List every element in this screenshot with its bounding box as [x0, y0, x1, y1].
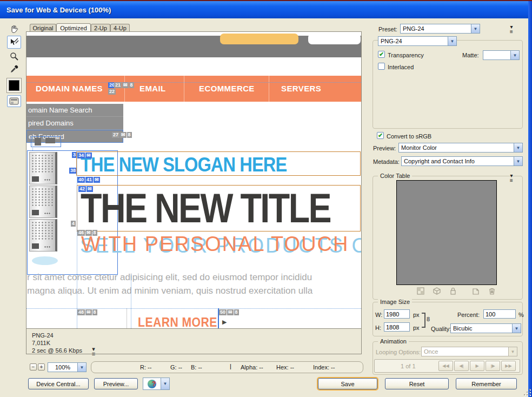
- dropdown-arrow-icon[interactable]: ▼: [471, 24, 480, 33]
- envelope-icon: ✉: [85, 153, 92, 158]
- dropdown-arrow-icon[interactable]: ▼: [448, 37, 456, 45]
- preset-select[interactable]: PNG-24 ▼: [400, 24, 480, 34]
- slice-select-tool[interactable]: [7, 36, 21, 49]
- resize-grip[interactable]: [523, 388, 530, 395]
- slice-link-icon: 8: [129, 82, 134, 88]
- status-format: PNG-24: [32, 332, 54, 339]
- envelope-icon: ✉: [85, 309, 92, 315]
- web-shift-cube-icon[interactable]: [433, 287, 441, 295]
- slice-title[interactable]: THE NEW TITLE: [77, 185, 361, 231]
- page-art-shape: [35, 138, 41, 145]
- dropdown-arrow-icon[interactable]: ▼: [514, 157, 522, 166]
- slice-badge-38[interactable]: 38: [69, 168, 76, 174]
- save-button[interactable]: Save: [318, 378, 377, 389]
- device-central-button[interactable]: Device Central...: [28, 378, 89, 389]
- slice-badge-21[interactable]: 21✉8: [114, 82, 134, 88]
- matte-select[interactable]: ▼: [483, 50, 520, 60]
- format-select[interactable]: PNG-24 ▼: [378, 36, 457, 46]
- quality-select[interactable]: Bicubic ▼: [450, 323, 521, 333]
- percent-input[interactable]: [483, 309, 516, 319]
- dropdown-arrow-icon[interactable]: ▼: [512, 324, 521, 333]
- window-right-border: [528, 1, 532, 397]
- slice-slogan[interactable]: THE NEW SLOGAN HERE: [76, 151, 361, 176]
- envelope-icon: ✉: [94, 177, 100, 183]
- transparency-label: Transparency: [388, 52, 424, 58]
- dropdown-arrow-icon[interactable]: ▼: [514, 143, 522, 152]
- first-frame-button: ◀◀: [438, 361, 453, 371]
- metadata-value: Copyright and Contact Info: [402, 157, 514, 166]
- eyedropper-tool[interactable]: [7, 63, 21, 76]
- readout-alpha: Alpha: --: [241, 364, 263, 370]
- preview-select[interactable]: Monitor Color ▼: [398, 143, 523, 153]
- zoom-level-select[interactable]: 100% ▼: [48, 362, 87, 372]
- tab-4up[interactable]: 4-Up: [110, 24, 130, 32]
- looping-options-select: Once ▼: [421, 347, 517, 356]
- dropdown-arrow-icon[interactable]: ▼: [77, 363, 86, 372]
- interlaced-checkbox[interactable]: [378, 63, 385, 70]
- slice-badge-48[interactable]: 48✉8: [77, 309, 97, 315]
- dropdown-arrow-icon[interactable]: ▼: [161, 378, 169, 389]
- delete-color-icon[interactable]: [488, 287, 496, 295]
- nav-item-ecommerce: ECOMMERCE: [199, 84, 255, 93]
- color-swatch-well[interactable]: [6, 78, 22, 93]
- slice-badge-42[interactable]: 42✉: [78, 186, 93, 192]
- slice-guide: [26, 82, 361, 83]
- selected-slice-bracket[interactable]: [31, 136, 61, 147]
- slice-link-icon: 8: [92, 309, 97, 315]
- quality-value: Bicubic: [451, 324, 512, 333]
- slice-badge-40-41[interactable]: 4041✉: [77, 177, 100, 183]
- previous-frame-button: ◀|: [454, 361, 469, 371]
- tab-original[interactable]: Original: [30, 24, 56, 32]
- slice-badge-34[interactable]: 34✉: [77, 153, 92, 158]
- remember-button[interactable]: Remember: [456, 378, 517, 389]
- zoom-in-button[interactable]: +: [38, 363, 45, 370]
- status-flyout-menu-icon[interactable]: ▾ ≡: [89, 347, 98, 356]
- readout-hex: Hex: --: [276, 364, 294, 370]
- hand-tool[interactable]: [7, 23, 21, 36]
- metadata-label: Metadata:: [373, 158, 400, 165]
- next-frame-button: |▶: [486, 361, 500, 371]
- browser-select-combo[interactable]: ? ▼: [143, 378, 170, 390]
- width-input[interactable]: [384, 309, 410, 319]
- percent-label: Percent:: [457, 312, 480, 318]
- width-label: W:: [375, 312, 382, 318]
- slice-badge-46[interactable]: 46✉8: [77, 230, 97, 236]
- slice-link-icon: 8: [127, 132, 132, 138]
- dropdown-arrow-icon[interactable]: ▼: [510, 51, 519, 59]
- slice-badge-33[interactable]: 3: [72, 152, 76, 158]
- slice-badge-22[interactable]: 22: [108, 89, 116, 95]
- readout-index: Index: --: [313, 364, 335, 370]
- new-color-icon[interactable]: [471, 287, 480, 295]
- tab-optimized[interactable]: Optimized: [56, 23, 91, 32]
- color-table-flyout-menu-icon[interactable]: ▾ ≡: [507, 173, 516, 183]
- zoom-out-button[interactable]: −: [30, 363, 37, 370]
- slice-badge-27[interactable]: 27✉8: [112, 132, 132, 138]
- slice-badge-50[interactable]: 50✉8: [219, 309, 239, 315]
- lock-color-icon[interactable]: [449, 287, 457, 295]
- slice-line: [127, 308, 127, 328]
- convert-srgb-label: Convert to sRGB: [387, 133, 431, 140]
- zoom-tool[interactable]: [7, 50, 21, 63]
- status-filesize: 7,011K: [32, 340, 50, 346]
- map-transparency-icon[interactable]: [416, 287, 425, 295]
- metadata-select[interactable]: Copyright and Contact Info ▼: [401, 156, 523, 166]
- optimize-status-area: PNG-24 7,011K 2 sec @ 56.6 Kbps ▾ ≡: [26, 328, 361, 354]
- optimized-preview-pane[interactable]: DOMAIN NAMES EMAIL ECOMMERCE SERVERS 20 …: [26, 31, 362, 354]
- transparency-checkbox[interactable]: ✔: [378, 51, 385, 58]
- webpage-preview[interactable]: DOMAIN NAMES EMAIL ECOMMERCE SERVERS 20 …: [26, 32, 361, 328]
- tab-2up[interactable]: 2-Up: [91, 24, 110, 32]
- menu-item-domain-name-search: omain Name Search: [26, 104, 123, 117]
- toggle-slices-visibility-button[interactable]: [7, 95, 21, 107]
- slice-badge-44[interactable]: 4: [71, 221, 76, 227]
- height-input[interactable]: [384, 322, 410, 332]
- percent-unit: %: [518, 312, 524, 318]
- checkmark-icon: ✔: [379, 51, 384, 57]
- image-size-title: Image Size: [378, 299, 412, 305]
- preview-in-browser-button[interactable]: Preview...: [94, 378, 138, 389]
- reset-button[interactable]: Reset: [385, 378, 449, 389]
- window-title: Save for Web & Devices (100%): [0, 6, 111, 14]
- convert-srgb-checkbox[interactable]: ✔: [377, 132, 384, 139]
- color-table-swatch-area[interactable]: [396, 180, 497, 285]
- title-bar[interactable]: Save for Web & Devices (100%): [0, 1, 532, 18]
- preset-flyout-menu-icon[interactable]: ▾ ≡: [507, 24, 516, 34]
